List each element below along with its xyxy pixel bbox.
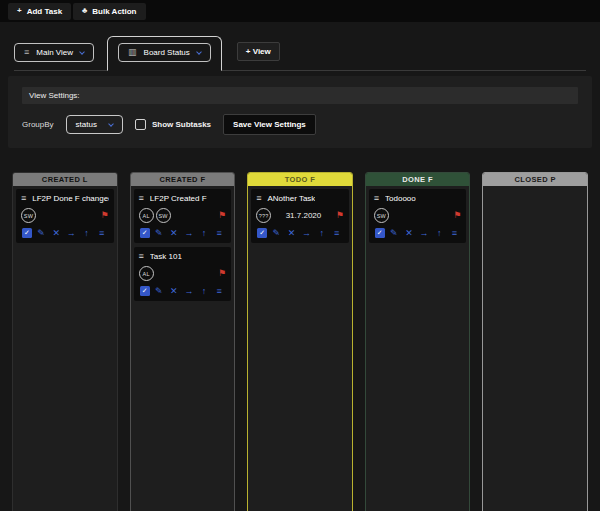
avatar: AL	[139, 266, 154, 281]
view-settings-panel: View Settings: GroupBy status Show Subta…	[8, 76, 592, 148]
edit-icon[interactable]: ✎	[270, 228, 282, 238]
card-title-row: ≡Todoooo	[373, 192, 463, 205]
groupby-select[interactable]: status	[66, 115, 123, 134]
card-meta-row: SW⚑	[373, 205, 463, 226]
add-task-label: Add Task	[27, 7, 62, 16]
card-meta-row: SW⚑	[20, 205, 110, 226]
card-title: Task 101	[150, 252, 182, 261]
complete-checkbox[interactable]: ✓	[22, 228, 32, 238]
task-card[interactable]: ≡ANother Task???31.7.2020⚑✓✎✕→↑≡	[251, 189, 349, 243]
board-status-label: Board Status	[144, 48, 190, 57]
priority-flag-icon: ⚑	[218, 211, 226, 220]
card-menu-icon[interactable]: ≡	[213, 286, 225, 296]
move-right-icon[interactable]: →	[301, 228, 313, 238]
avatar: SW	[374, 208, 389, 223]
card-menu-icon[interactable]: ≡	[96, 228, 108, 238]
move-up-icon[interactable]: ↑	[198, 228, 210, 238]
column-header: TODO F	[248, 173, 352, 186]
task-card[interactable]: ≡Task 101AL⚑✓✎✕→↑≡	[134, 247, 232, 301]
move-up-icon[interactable]: ↑	[198, 286, 210, 296]
column-body: ≡ANother Task???31.7.2020⚑✓✎✕→↑≡	[248, 186, 352, 511]
topbar: + Add Task ♣ Bulk Action	[0, 0, 600, 22]
card-meta-row: ???31.7.2020⚑	[255, 205, 345, 226]
bulk-action-icon: ♣	[82, 7, 87, 15]
delete-icon[interactable]: ✕	[50, 228, 62, 238]
kanban-column: TODO F≡ANother Task???31.7.2020⚑✓✎✕→↑≡	[247, 172, 353, 511]
move-right-icon[interactable]: →	[183, 286, 195, 296]
card-title: LF2P Created F	[150, 194, 207, 203]
move-up-icon[interactable]: ↑	[316, 228, 328, 238]
kanban-column: DONE F≡TodooooSW⚑✓✎✕→↑≡	[365, 172, 471, 511]
complete-checkbox[interactable]: ✓	[375, 228, 385, 238]
card-meta-row: ALSW⚑	[138, 205, 228, 226]
add-view-button[interactable]: + View	[237, 42, 280, 61]
drag-handle-icon[interactable]: ≡	[139, 252, 144, 261]
kanban-column: CLOSED P	[482, 172, 588, 511]
save-view-settings-button[interactable]: Save View Settings	[223, 114, 316, 135]
kanban-column: CREATED L≡LF2P Done F changedSW⚑✓✎✕→↑≡	[12, 172, 118, 511]
board-status-dropdown[interactable]: ▥ Board Status	[118, 43, 211, 62]
view-settings-title: View Settings:	[22, 87, 578, 104]
delete-icon[interactable]: ✕	[168, 286, 180, 296]
avatar: SW	[156, 208, 171, 223]
card-title: LF2P Done F changed	[32, 194, 108, 203]
column-body: ≡LF2P Created FALSW⚑✓✎✕→↑≡≡Task 101AL⚑✓✎…	[131, 186, 235, 511]
kanban-column: CREATED F≡LF2P Created FALSW⚑✓✎✕→↑≡≡Task…	[130, 172, 236, 511]
main-view-dropdown[interactable]: ≡ Main View	[14, 43, 94, 62]
task-card[interactable]: ≡LF2P Created FALSW⚑✓✎✕→↑≡	[134, 189, 232, 243]
show-subtasks-control: Show Subtasks	[135, 119, 211, 130]
menu-icon: ≡	[24, 48, 29, 57]
task-card[interactable]: ≡TodooooSW⚑✓✎✕→↑≡	[369, 189, 467, 243]
view-settings-controls: GroupBy status Show Subtasks Save View S…	[22, 114, 578, 135]
column-header: DONE F	[366, 173, 470, 186]
complete-checkbox[interactable]: ✓	[140, 286, 150, 296]
avatar: SW	[21, 208, 36, 223]
complete-checkbox[interactable]: ✓	[140, 228, 150, 238]
bulk-action-button[interactable]: ♣ Bulk Action	[73, 3, 145, 20]
drag-handle-icon[interactable]: ≡	[374, 194, 379, 203]
move-right-icon[interactable]: →	[183, 228, 195, 238]
drag-handle-icon[interactable]: ≡	[21, 194, 26, 203]
edit-icon[interactable]: ✎	[153, 286, 165, 296]
card-menu-icon[interactable]: ≡	[448, 228, 460, 238]
complete-checkbox[interactable]: ✓	[257, 228, 267, 238]
show-subtasks-checkbox[interactable]	[135, 119, 146, 130]
column-header: CREATED L	[13, 173, 117, 186]
plus-icon: +	[17, 7, 22, 15]
board: CREATED L≡LF2P Done F changedSW⚑✓✎✕→↑≡CR…	[12, 172, 588, 511]
card-title-row: ≡LF2P Created F	[138, 192, 228, 205]
column-body: ≡TodooooSW⚑✓✎✕→↑≡	[366, 186, 470, 511]
move-right-icon[interactable]: →	[65, 228, 77, 238]
delete-icon[interactable]: ✕	[285, 228, 297, 238]
drag-handle-icon[interactable]: ≡	[256, 194, 261, 203]
move-up-icon[interactable]: ↑	[433, 228, 445, 238]
board-icon: ▥	[128, 48, 137, 57]
column-header: CREATED F	[131, 173, 235, 186]
avatar: AL	[139, 208, 154, 223]
avatar: ???	[256, 208, 271, 223]
move-up-icon[interactable]: ↑	[80, 228, 92, 238]
edit-icon[interactable]: ✎	[153, 228, 165, 238]
groupby-value: status	[76, 120, 97, 129]
card-menu-icon[interactable]: ≡	[331, 228, 343, 238]
card-actions-row: ✓✎✕→↑≡	[138, 284, 228, 297]
column-body	[483, 186, 587, 511]
chevron-down-icon	[196, 49, 202, 55]
card-actions-row: ✓✎✕→↑≡	[373, 226, 463, 239]
drag-handle-icon[interactable]: ≡	[139, 194, 144, 203]
card-title: Todoooo	[385, 194, 416, 203]
main-view-label: Main View	[36, 48, 73, 57]
edit-icon[interactable]: ✎	[388, 228, 400, 238]
board-status-tab[interactable]: ▥ Board Status	[107, 36, 222, 71]
delete-icon[interactable]: ✕	[168, 228, 180, 238]
card-actions-row: ✓✎✕→↑≡	[20, 226, 110, 239]
edit-icon[interactable]: ✎	[35, 228, 47, 238]
task-card[interactable]: ≡LF2P Done F changedSW⚑✓✎✕→↑≡	[16, 189, 114, 243]
card-actions-row: ✓✎✕→↑≡	[138, 226, 228, 239]
delete-icon[interactable]: ✕	[403, 228, 415, 238]
add-task-button[interactable]: + Add Task	[8, 3, 71, 20]
card-menu-icon[interactable]: ≡	[213, 228, 225, 238]
chevron-down-icon	[79, 49, 85, 55]
card-title-row: ≡LF2P Done F changed	[20, 192, 110, 205]
move-right-icon[interactable]: →	[418, 228, 430, 238]
